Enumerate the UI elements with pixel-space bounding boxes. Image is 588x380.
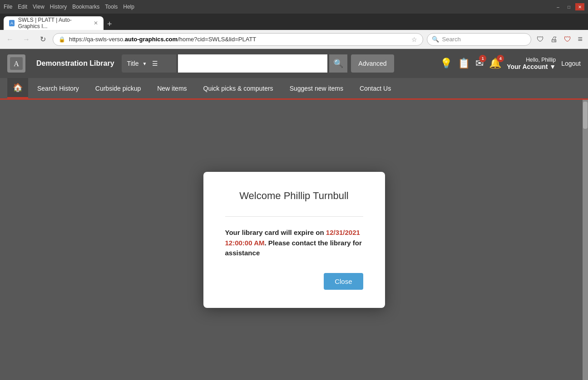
- modal-title: Welcome Phillip Turnbull: [225, 190, 363, 202]
- lock-icon: 🔒: [59, 36, 65, 43]
- app-title: Demonstration Library: [36, 59, 114, 68]
- tab-label: SWLS | PLATT | Auto-Graphics I...: [18, 17, 88, 29]
- nav-contact-us[interactable]: Contact Us: [352, 78, 398, 98]
- menu-tools[interactable]: Tools: [105, 4, 118, 10]
- minimize-button[interactable]: –: [553, 3, 563, 10]
- modal-overlay: Welcome Phillip Turnbull Your library ca…: [0, 100, 588, 380]
- print-icon[interactable]: 🖨: [548, 34, 559, 45]
- shield-icon: 🛡: [535, 34, 546, 45]
- modal-dialog: Welcome Phillip Turnbull Your library ca…: [203, 172, 385, 308]
- advanced-search-button[interactable]: Advanced: [351, 54, 394, 73]
- stack-icon: ☰: [152, 60, 158, 67]
- nav-search-history[interactable]: Search History: [30, 78, 86, 98]
- extension-icon: 🛡: [562, 34, 573, 45]
- search-icon: 🔍: [432, 36, 439, 43]
- scroll-thumb[interactable]: [583, 102, 588, 129]
- modal-divider: [225, 216, 363, 217]
- nav-search-history-label: Search History: [37, 85, 79, 92]
- user-hello-label: Hello, Phillip: [507, 57, 556, 63]
- messages-badge: 1: [479, 55, 486, 62]
- notifications-badge: 4: [497, 55, 504, 62]
- scrollbar[interactable]: [583, 100, 588, 380]
- menu-view[interactable]: View: [33, 4, 44, 10]
- logout-button[interactable]: Logout: [561, 60, 581, 67]
- forward-button[interactable]: →: [20, 33, 33, 46]
- nav-new-items[interactable]: New items: [150, 78, 194, 98]
- maximize-button[interactable]: □: [564, 3, 573, 10]
- account-card-icon-button[interactable]: 📋: [458, 58, 470, 69]
- bookmark-star-icon[interactable]: ☆: [411, 36, 417, 43]
- menu-help[interactable]: Help: [123, 4, 134, 10]
- search-button[interactable]: 🔍: [329, 54, 347, 73]
- menu-history[interactable]: History: [50, 4, 67, 10]
- lightbulb-icon: 💡: [440, 58, 452, 69]
- nav-quick-picks[interactable]: Quick picks & computers: [196, 78, 281, 98]
- browser-menu[interactable]: File Edit View History Bookmarks Tools H…: [4, 4, 134, 10]
- menu-edit[interactable]: Edit: [18, 4, 27, 10]
- search-input[interactable]: [178, 54, 328, 73]
- search-icon: 🔍: [333, 58, 343, 68]
- back-button[interactable]: ←: [4, 33, 16, 46]
- browser-tabbar: A SWLS | PLATT | Auto-Graphics I... ✕ +: [0, 14, 588, 30]
- chevron-down-icon: ▼: [549, 63, 556, 70]
- header-right: 💡 📋 ✉ 1 🔔 4 Hello, Phillip Your Account …: [440, 57, 581, 70]
- browser-search-box[interactable]: 🔍 Search: [427, 33, 531, 46]
- modal-body-prefix: Your library card will expire on: [225, 229, 326, 236]
- nav-suggest-new-items[interactable]: Suggest new items: [282, 78, 351, 98]
- home-icon: 🏠: [13, 83, 23, 93]
- app-header: A Demonstration Library Title ▼ ☰ 🔍 Adva…: [0, 49, 588, 78]
- browser-search-label: Search: [442, 36, 460, 43]
- notifications-icon-button[interactable]: 🔔 4: [489, 58, 501, 69]
- new-tab-button[interactable]: +: [107, 20, 112, 28]
- close-button[interactable]: ✕: [575, 3, 584, 10]
- search-type-label: Title: [127, 60, 139, 67]
- window-controls[interactable]: – □ ✕: [553, 3, 584, 10]
- nav-curbside-pickup[interactable]: Curbside pickup: [88, 78, 148, 98]
- tab-favicon: A: [9, 20, 15, 26]
- reload-button[interactable]: ↻: [36, 33, 49, 46]
- menu-file[interactable]: File: [4, 4, 12, 10]
- modal-body: Your library card will expire on 12/31/2…: [225, 228, 363, 258]
- browser-toolbar-icons: 🛡 🖨 🛡 ≡: [535, 33, 584, 46]
- account-card-icon: 📋: [458, 58, 470, 69]
- nav-contact-us-label: Contact Us: [360, 85, 391, 92]
- browser-tab[interactable]: A SWLS | PLATT | Auto-Graphics I... ✕: [4, 16, 104, 30]
- chevron-down-icon: ▼: [143, 61, 147, 66]
- modal-footer: Close: [225, 273, 363, 290]
- messages-icon-button[interactable]: ✉ 1: [475, 58, 484, 69]
- page-content: Welcome Phillip Turnbull Your library ca…: [0, 100, 588, 380]
- user-greeting[interactable]: Hello, Phillip Your Account ▼: [507, 57, 556, 70]
- menu-bookmarks[interactable]: Bookmarks: [72, 4, 99, 10]
- nav-suggest-new-items-label: Suggest new items: [290, 85, 343, 92]
- browser-titlebar: File Edit View History Bookmarks Tools H…: [0, 0, 588, 14]
- tab-close-button[interactable]: ✕: [94, 20, 98, 26]
- modal-close-button[interactable]: Close: [324, 273, 363, 290]
- address-bar[interactable]: 🔒 https://qa-swls-verso.auto-graphics.co…: [53, 33, 423, 46]
- browser-addressbar: ← → ↻ 🔒 https://qa-swls-verso.auto-graph…: [0, 30, 588, 49]
- svg-text:A: A: [14, 60, 19, 68]
- app-logo-icon: A: [7, 54, 25, 73]
- nav-new-items-label: New items: [157, 85, 187, 92]
- search-type-dropdown[interactable]: Title ▼ ☰: [122, 54, 176, 73]
- address-url: https://qa-swls-verso.auto-graphics.com/…: [69, 36, 256, 43]
- app-navbar: 🏠 Search History Curbside pickup New ite…: [0, 78, 588, 100]
- light-bulb-icon-button[interactable]: 💡: [440, 58, 452, 69]
- user-account-label[interactable]: Your Account ▼: [507, 63, 556, 70]
- nav-home[interactable]: 🏠: [7, 78, 28, 98]
- nav-curbside-pickup-label: Curbside pickup: [95, 85, 141, 92]
- search-bar-container: Title ▼ ☰ 🔍 Advanced: [122, 54, 394, 73]
- nav-quick-picks-label: Quick picks & computers: [203, 85, 273, 92]
- browser-menu-icon[interactable]: ≡: [576, 33, 584, 46]
